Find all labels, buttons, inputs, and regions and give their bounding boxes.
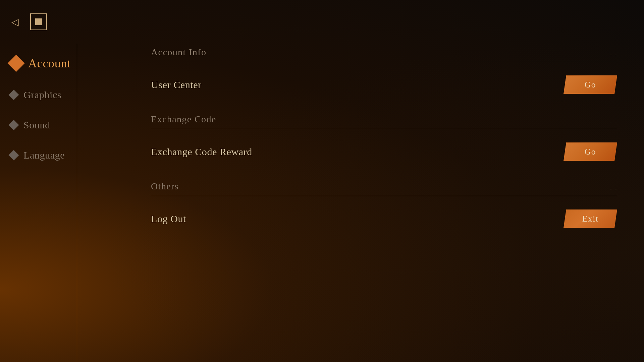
user-center-row: User Center Go (151, 72, 617, 97)
exchange-code-section: Exchange Code Exchange Code Reward Go (151, 114, 617, 164)
account-label: Account (28, 56, 71, 70)
graphics-label: Graphics (23, 89, 61, 101)
back-button[interactable]: ◁ (7, 13, 23, 30)
account-icon (8, 55, 25, 72)
exchange-code-reward-row: Exchange Code Reward Go (151, 139, 617, 164)
exchange-code-header: Exchange Code (151, 114, 617, 129)
account-info-header: Account Info (151, 47, 617, 62)
sidebar-item-language[interactable]: Language (0, 140, 77, 170)
graphics-icon (8, 89, 19, 100)
log-out-row: Log Out Exit (151, 206, 617, 231)
log-out-label: Log Out (151, 213, 186, 225)
sidebar-item-graphics[interactable]: Graphics (0, 80, 77, 110)
others-header: Others (151, 181, 617, 196)
back-icon: ◁ (11, 16, 19, 27)
account-info-title: Account Info (151, 47, 206, 57)
user-center-label: User Center (151, 79, 202, 90)
sidebar-item-account[interactable]: Account (0, 47, 77, 80)
language-label: Language (23, 149, 65, 161)
sidebar: ◁ Account Graphics Sound (0, 0, 77, 362)
top-controls: ◁ (0, 7, 77, 40)
sidebar-item-sound[interactable]: Sound (0, 110, 77, 140)
exchange-code-title: Exchange Code (151, 114, 216, 124)
stop-icon (35, 18, 42, 25)
others-section: Others Log Out Exit (151, 181, 617, 231)
language-icon (8, 150, 19, 160)
sound-label: Sound (23, 119, 50, 131)
others-title: Others (151, 181, 179, 191)
stop-button[interactable] (30, 13, 47, 30)
user-center-go-button[interactable]: Go (564, 75, 617, 94)
account-info-section: Account Info User Center Go (151, 47, 617, 97)
nav-menu: Account Graphics Sound Language (0, 40, 77, 170)
layout: ◁ Account Graphics Sound (0, 0, 644, 362)
exchange-code-reward-label: Exchange Code Reward (151, 146, 252, 158)
exchange-code-go-button[interactable]: Go (564, 142, 617, 161)
sound-icon (8, 120, 19, 130)
main-content: Account Info User Center Go Exchange Cod… (77, 0, 644, 362)
log-out-exit-button[interactable]: Exit (564, 209, 617, 228)
